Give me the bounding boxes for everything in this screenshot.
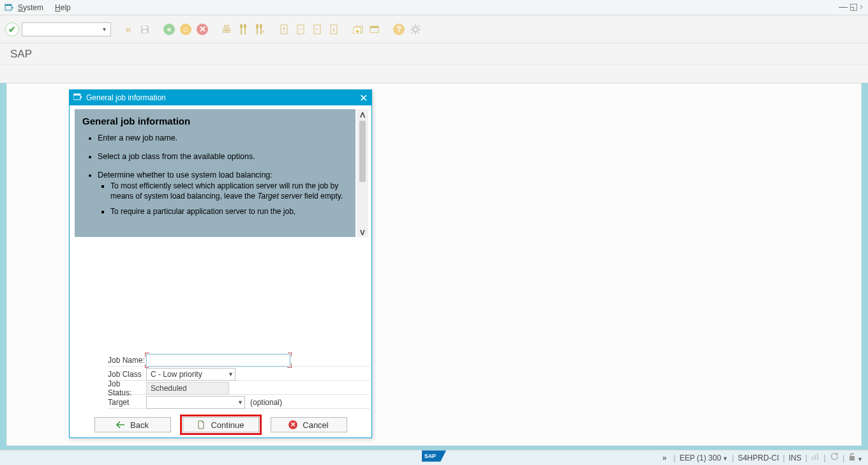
scroll-down-icon[interactable]: v [360,227,365,237]
info-bullet-3: Determine whether to use system load bal… [98,170,348,217]
chevron-down-icon: ▼ [237,399,243,406]
find-next-icon[interactable]: + [253,22,267,36]
sap-logo: SAP [422,450,446,464]
back-icon[interactable]: « [121,22,135,36]
help-icon[interactable]: ? [392,22,406,36]
page-title: SAP [0,43,868,65]
status-bar: SAP » | EEP (1) 300▼ | S4HPRD-CI | INS |… [0,450,868,465]
svg-rect-10 [297,25,304,34]
job-name-label: Job Name: [76,356,146,365]
svg-rect-11 [314,25,320,34]
dropdown-icon: ▾ [99,24,109,34]
svg-line-24 [412,26,413,27]
svg-line-27 [418,26,419,27]
svg-rect-34 [817,454,818,460]
job-class-select[interactable]: C - Low priority ▼ [146,368,236,381]
svg-text:SAP: SAP [424,453,436,459]
status-system[interactable]: EEP (1) 300▼ [680,454,728,462]
info-sub-1: To most efficiently select which applica… [110,181,348,201]
job-status-value: Scheduled [146,382,229,395]
svg-rect-4 [240,24,243,28]
svg-text:★: ★ [355,28,360,34]
app-menu-icon[interactable] [4,3,14,13]
dialog-buttons: Back Continue ✕ Cancel [70,417,371,432]
status-lock-icon[interactable]: ▼ [848,452,863,463]
menu-bar: System Help SystemHelp — ◱ › [0,0,868,15]
restore-icon[interactable]: ◱ [849,2,858,11]
app-frame: System Help SystemHelp — ◱ › ✔ ▾ « « ⌂ ✕… [0,0,868,465]
svg-rect-29 [73,94,80,96]
svg-point-19 [414,28,417,31]
app-toolbar [0,65,868,83]
status-expand-icon[interactable]: » [662,454,665,462]
svg-rect-35 [849,456,855,461]
svg-rect-17 [370,26,378,28]
target-hint: (optional) [250,398,282,407]
enter-button[interactable]: ✔ [5,22,19,36]
tcode-input[interactable]: ▾ [22,22,111,36]
menu-system[interactable]: System [18,3,43,12]
page-first-icon[interactable] [277,22,291,36]
job-status-label: Job Status: [76,379,146,397]
scroll-up-icon[interactable]: ʌ [360,109,365,119]
dialog-titlebar: General job information ✕ [70,90,371,105]
svg-line-25 [418,32,419,33]
info-heading: General job information [82,116,348,126]
target-select[interactable]: ▼ [146,396,245,409]
cancel-icon: ✕ [288,420,297,429]
status-mode: INS [789,454,802,462]
info-scrollbar[interactable]: ʌ v [357,109,368,237]
svg-rect-7 [260,24,262,28]
nav-back-icon[interactable]: « [162,22,176,36]
page-down-icon[interactable] [310,22,324,36]
svg-rect-5 [244,24,246,28]
svg-text:+: + [262,29,265,34]
svg-rect-32 [812,457,813,460]
job-class-value: C - Low priority [151,370,202,379]
chevron-down-icon: ▼ [228,371,234,377]
info-sub-2: To require a particular application serv… [110,206,348,217]
job-name-input[interactable] [146,354,290,367]
status-chart-icon[interactable] [811,453,820,462]
overflow-icon[interactable]: › [860,2,863,11]
svg-rect-3 [143,30,147,33]
job-class-label: Job Class [76,370,146,379]
settings-icon[interactable] [408,22,423,36]
minimize-icon[interactable]: — [839,2,848,11]
new-session-icon[interactable]: ★ [351,22,365,36]
find-icon[interactable] [236,22,250,36]
svg-line-26 [412,32,413,33]
main-toolbar: ✔ ▾ « « ⌂ ✕ 🖶 + ★ ? [0,15,868,43]
close-icon[interactable]: ✕ [359,92,368,104]
info-bullet-2: Select a job class from the available op… [98,151,348,162]
back-button[interactable]: Back [94,417,171,432]
page-last-icon[interactable] [327,22,341,36]
nav-cancel-icon[interactable]: ✕ [195,22,209,36]
print-icon[interactable]: 🖶 [220,22,234,36]
svg-rect-2 [142,26,147,29]
info-panel: General job information Enter a new job … [75,109,355,237]
continue-button[interactable]: Continue [183,417,259,432]
back-arrow-icon [116,420,125,429]
shortcut-icon[interactable] [368,22,382,36]
svg-rect-6 [256,24,258,28]
nav-exit-icon[interactable]: ⌂ [179,22,193,36]
dialog-title-text: General job information [86,93,166,102]
info-bullet-1: Enter a new job name. [98,133,348,144]
status-server: S4HPRD-CI [738,454,779,462]
save-icon[interactable] [138,22,152,36]
document-icon [197,420,206,429]
dialog-icon [73,93,82,103]
window-controls: — ◱ › [839,2,863,11]
page-up-icon[interactable] [294,22,308,36]
scroll-thumb[interactable] [359,121,366,182]
cancel-button[interactable]: ✕ Cancel [271,417,347,432]
svg-rect-33 [814,455,816,460]
target-label: Target [76,398,146,407]
menu-help[interactable]: Help [55,3,71,12]
svg-rect-1 [5,4,11,6]
status-refresh-icon[interactable] [830,452,839,463]
dialog-general-job-info: General job information ✕ General job in… [69,89,372,438]
